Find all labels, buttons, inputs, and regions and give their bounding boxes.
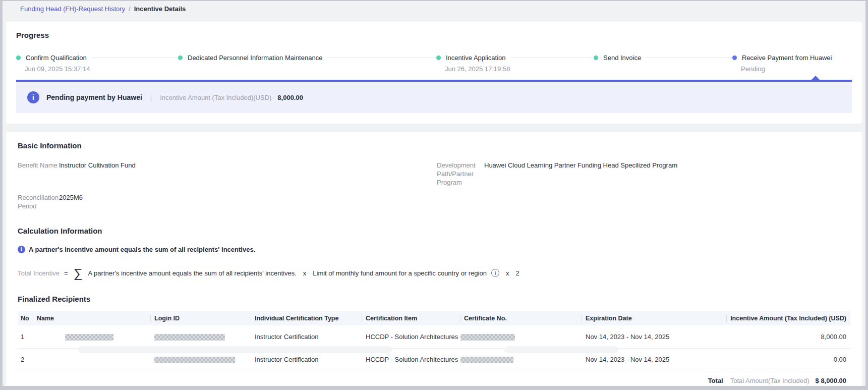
cell-no: 2 — [18, 348, 33, 371]
breadcrumb-current: Incentive Details — [134, 5, 186, 13]
info-icon: i — [18, 246, 25, 253]
col-name: Name — [33, 311, 150, 325]
cell-cert-item: HCCDP - Solution Architectures — [362, 325, 460, 348]
total-amount-value: $ 8,000.00 — [816, 377, 846, 384]
field-label: Development Path/Partner Program — [437, 161, 484, 187]
field-value: Huawei Cloud Learning Partner Funding He… — [484, 161, 677, 187]
step-incentive-application: Incentive Application Jun 26, 2025 17:19… — [436, 53, 511, 73]
cell-cert-no — [460, 325, 582, 348]
redacted-name — [65, 334, 113, 341]
cell-cert-type: Instructor Certification — [251, 325, 362, 348]
formula-lhs: Total Incentive — [18, 269, 60, 277]
step-timestamp: Jun 09, 2025 15:37:14 — [25, 65, 92, 73]
redacted-certificate-no — [460, 357, 513, 363]
table-header-row: No Name Login ID Individual Certificatio… — [18, 311, 850, 325]
progress-stepper: Confirm Qualification Jun 09, 2025 15:37… — [16, 53, 852, 78]
progress-card: Progress Confirm Qualification Jun 09, 2… — [6, 22, 862, 124]
breadcrumb-separator: / — [129, 5, 131, 13]
col-cert-no: Certificate No. — [460, 311, 582, 325]
table-row: 1 Instructor Certification HCCDP - Solut… — [18, 325, 850, 348]
cell-name — [33, 325, 150, 348]
banner-pointer-arrow — [811, 76, 820, 80]
col-login-id: Login ID — [150, 311, 251, 325]
sigma-icon: ∑ — [74, 266, 83, 280]
step-dot-done-icon — [178, 55, 183, 60]
cell-expiration: Nov 14, 2023 - Nov 14, 2025 — [582, 325, 726, 348]
col-cert-item: Certification Item — [362, 311, 460, 325]
incentive-formula: Total Incentive = ∑ A partner's incentiv… — [18, 266, 850, 280]
banner-status-text: Pending payment by Huawei — [46, 93, 142, 101]
recipients-table-wrap: No Name Login ID Individual Certificatio… — [18, 311, 850, 371]
field-value: 2025M6 — [59, 193, 83, 210]
col-no: No — [18, 311, 33, 325]
step-label: Send Invoice — [602, 53, 646, 62]
recipients-table: No Name Login ID Individual Certificatio… — [18, 311, 850, 371]
basic-information-title: Basic Information — [18, 141, 850, 150]
field-development-path: Development Path/Partner Program Huawei … — [437, 161, 850, 187]
banner-amount-label: Incentive Amount (Tax Included)(USD) — [160, 94, 271, 101]
breadcrumb-link-request-history[interactable]: Funding Head (FH)-Request History — [20, 5, 125, 13]
step-dot-done-icon — [16, 55, 21, 60]
cell-login-id — [150, 325, 251, 348]
basic-information-fields: Benefit Name Instructor Cultivation Fund… — [18, 161, 850, 210]
total-amount-label: Total Amount(Tax Included) — [730, 377, 809, 384]
step-dot-done-icon — [594, 55, 598, 60]
step-label: Receive Payment from Huawei — [741, 53, 837, 62]
step-personnel-info-maintenance: Dedicated Personnel Information Maintena… — [178, 53, 327, 65]
info-circle-icon[interactable]: i — [491, 269, 499, 277]
step-label: Confirm Qualification — [25, 53, 92, 62]
redacted-login-id — [154, 357, 235, 363]
banner-divider: | — [150, 94, 152, 101]
redaction-overlay — [504, 346, 618, 353]
finalized-recipients-title: Finalized Recipients — [18, 295, 850, 303]
cell-amount: 0.00 — [726, 348, 850, 371]
step-receive-payment: Receive Payment from Huawei Pending — [732, 53, 837, 73]
redacted-login-id — [154, 334, 225, 341]
page: Funding Head (FH)-Request History / Ince… — [3, 1, 865, 386]
calculation-information-title: Calculation Information — [18, 227, 850, 235]
multiply-sign: x — [303, 269, 307, 277]
redacted-certificate-no — [460, 334, 515, 341]
redaction-overlay — [78, 346, 392, 353]
table-total-row: Total Total Amount(Tax Included) $ 8,000… — [18, 371, 850, 386]
equals-sign: = — [64, 269, 68, 277]
cell-no: 1 — [18, 325, 33, 348]
step-send-invoice: Send Invoice — [594, 53, 646, 65]
step-dot-done-icon — [436, 55, 441, 60]
field-value: Instructor Cultivation Fund — [59, 161, 136, 170]
field-label: Benefit Name — [18, 161, 59, 170]
calculation-note: i A partner's incentive amount equals th… — [18, 246, 850, 253]
details-card: Basic Information Benefit Name Instructo… — [6, 132, 862, 386]
calculation-note-text: A partner's incentive amount equals the … — [29, 246, 255, 253]
multiply-sign: x — [506, 269, 509, 277]
banner-amount-value: 8,000.00 — [277, 94, 303, 101]
col-incentive-amount: Incentive Amount (Tax Included) (USD) — [726, 311, 850, 325]
step-dot-pending-icon — [732, 55, 737, 60]
formula-term-1: A partner's incentive amount equals the … — [88, 269, 297, 277]
field-label: Reconciliation Period — [18, 193, 59, 210]
cell-amount: 8,000.00 — [726, 325, 850, 348]
step-label: Incentive Application — [445, 53, 511, 62]
col-cert-type: Individual Certification Type — [251, 311, 362, 325]
info-icon: i — [27, 91, 39, 103]
step-status: Pending — [741, 65, 837, 73]
total-label: Total — [708, 377, 723, 384]
formula-term-2: Limit of monthly fund amount for a speci… — [313, 269, 487, 277]
formula-factor: 2 — [515, 269, 519, 277]
field-reconciliation-period: Reconciliation Period 2025M6 — [18, 193, 437, 210]
progress-title: Progress — [16, 31, 852, 39]
step-label: Dedicated Personnel Information Maintena… — [187, 53, 327, 62]
status-banner: i Pending payment by Huawei | Incentive … — [16, 80, 852, 113]
col-expiration-date: Expiration Date — [582, 311, 726, 325]
window-frame: Funding Head (FH)-Request History / Ince… — [0, 0, 868, 390]
step-timestamp: Jun 26, 2025 17:19:58 — [445, 65, 511, 73]
field-benefit-name: Benefit Name Instructor Cultivation Fund — [18, 161, 437, 170]
breadcrumb: Funding Head (FH)-Request History / Ince… — [3, 1, 865, 16]
step-confirm-qualification: Confirm Qualification Jun 09, 2025 15:37… — [16, 53, 92, 73]
